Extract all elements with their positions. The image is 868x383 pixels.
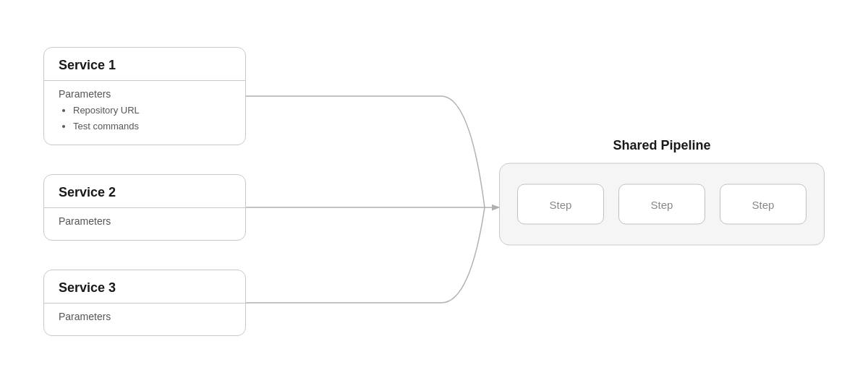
service-3-title: Service 3 <box>44 270 245 303</box>
service-1-card: Service 1 Parameters Repository URL Test… <box>43 47 246 145</box>
service-3-card: Service 3 Parameters <box>43 270 246 336</box>
service-2-params-label: Parameters <box>59 215 231 227</box>
service-2-title: Service 2 <box>44 175 245 207</box>
service-3-params-label: Parameters <box>59 311 231 322</box>
service-2-body: Parameters <box>44 208 245 240</box>
service-1-title: Service 1 <box>44 48 245 80</box>
service-1-body: Parameters Repository URL Test commands <box>44 81 245 145</box>
diagram-container: Service 1 Parameters Repository URL Test… <box>0 0 868 383</box>
services-column: Service 1 Parameters Repository URL Test… <box>43 47 246 336</box>
step-1: Step <box>517 184 604 225</box>
service-2-card: Service 2 Parameters <box>43 174 246 241</box>
pipeline-box: Step Step Step <box>499 163 825 246</box>
service-1-params-label: Parameters <box>59 88 231 100</box>
pipeline-title: Shared Pipeline <box>613 138 710 153</box>
service-1-params-list: Repository URL Test commands <box>59 103 231 134</box>
service-3-body: Parameters <box>44 304 245 335</box>
step-2: Step <box>618 184 705 225</box>
step-3: Step <box>720 184 807 225</box>
service-1-param-1: Test commands <box>73 119 231 134</box>
service-1-param-0: Repository URL <box>73 103 231 119</box>
pipeline-container: Shared Pipeline Step Step Step <box>499 138 825 246</box>
